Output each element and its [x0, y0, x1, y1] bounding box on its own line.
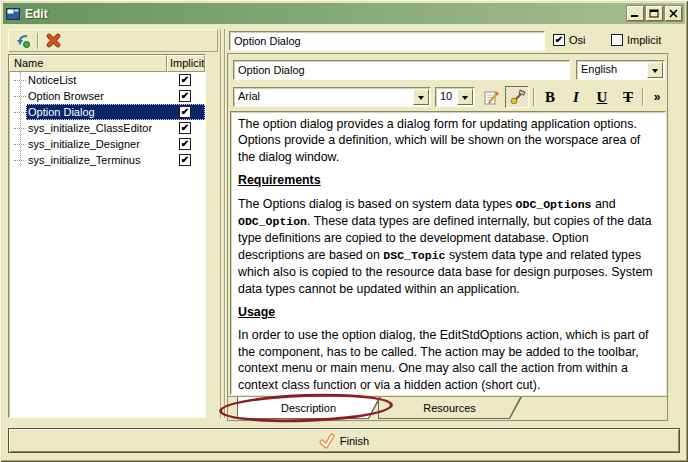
format-painter-icon: [509, 89, 526, 106]
rich-text-paragraph: The option dialog provides a dialog form…: [238, 116, 658, 165]
text-run: In order to use the option dialog, the E…: [238, 328, 649, 391]
list-item-body: sys_initialize_ClassEditor: [26, 120, 205, 136]
list-item-body: NoticeList: [26, 72, 205, 88]
tree-connector-icon: [14, 144, 26, 145]
text-run: The option dialog provides a dialog form…: [238, 117, 640, 164]
text-run: The Options dialog is based on system da…: [238, 197, 516, 211]
implicit-checkbox[interactable]: [179, 90, 191, 102]
font-size-value: 10: [436, 88, 456, 106]
toolbar-separator: [642, 88, 644, 106]
osi-checkbox-label: Osi: [569, 34, 586, 46]
tree-connector-icon: [14, 112, 26, 113]
text-run: and: [592, 197, 616, 211]
format-painter-button[interactable]: [505, 86, 529, 108]
list-item-body: Option Browser: [26, 88, 205, 104]
implicit-checkbox[interactable]: [179, 154, 191, 166]
rich-text-paragraph: In order to use the option dialog, the E…: [238, 327, 658, 393]
implicit-checkbox[interactable]: [179, 74, 191, 86]
implicit-checkbox-label: Implicit: [627, 34, 661, 46]
implicit-checkbox[interactable]: [179, 138, 191, 150]
font-name-dropdown-button[interactable]: [413, 89, 429, 105]
rich-text-heading: Usage: [238, 304, 658, 320]
text-run: DSC_Topic: [383, 249, 445, 262]
list-item-name: Option Dialog: [26, 106, 165, 119]
implicit-checkbox[interactable]: [179, 122, 191, 134]
italic-button[interactable]: I: [563, 86, 589, 108]
italic-icon: I: [573, 89, 579, 106]
add-item-button[interactable]: [13, 31, 33, 50]
edit-source-button[interactable]: [479, 86, 503, 108]
finish-button-label: Finish: [340, 435, 369, 447]
list-item-body: sys_initialize_Designer: [26, 136, 205, 152]
column-header-name[interactable]: Name: [9, 55, 167, 72]
list-item-body: sys_initialize_Terminus: [26, 152, 205, 168]
tree-connector-icon: [14, 96, 26, 97]
font-size-dropdown[interactable]: 10: [435, 87, 475, 107]
strikethrough-icon: T: [623, 89, 633, 106]
tree-connector-icon: [14, 128, 26, 129]
close-icon: [668, 9, 679, 18]
implicit-checkbox[interactable]: [611, 34, 623, 46]
bold-button[interactable]: B: [537, 86, 563, 108]
osi-checkbox[interactable]: [553, 34, 565, 46]
panel-splitter[interactable]: [220, 29, 226, 418]
bold-icon: B: [545, 89, 555, 106]
implicit-cell: [165, 106, 205, 118]
list-item-name: Option Browser: [26, 90, 165, 103]
delete-icon: [46, 33, 61, 48]
delete-item-button[interactable]: [43, 31, 63, 50]
tab-strip: DescriptionResources: [228, 396, 668, 421]
toolbar-separator: [37, 33, 39, 49]
implicit-checkbox[interactable]: [179, 106, 191, 118]
font-name-value: Arial: [234, 88, 412, 106]
list-item-name: sys_initialize_Designer: [26, 138, 165, 151]
list-item[interactable]: sys_initialize_Designer: [9, 136, 205, 152]
toolbar-overflow-button[interactable]: »: [648, 86, 666, 108]
caption-input[interactable]: [233, 60, 570, 80]
column-header-implicit[interactable]: Implicit: [167, 55, 205, 72]
list-item[interactable]: Option Browser: [9, 88, 205, 104]
minimize-button[interactable]: [627, 6, 644, 21]
list-item[interactable]: Option Dialog: [9, 104, 205, 120]
tab-resources[interactable]: Resources: [378, 397, 522, 419]
list-toolbar: [8, 29, 218, 52]
strikethrough-button[interactable]: T: [615, 86, 641, 108]
close-button[interactable]: [665, 6, 682, 21]
format-buttons: BIUT: [537, 86, 641, 108]
tree-connector-icon: [14, 160, 26, 161]
implicit-cell: [165, 122, 205, 134]
tab-face: Description: [238, 397, 379, 418]
component-list: Name Implicit NoticeListOption BrowserOp…: [8, 54, 206, 418]
list-item[interactable]: NoticeList: [9, 72, 205, 88]
name-input[interactable]: [229, 31, 545, 51]
list-item[interactable]: sys_initialize_ClassEditor: [9, 120, 205, 136]
list-item-body: Option Dialog: [26, 104, 205, 120]
underline-icon: U: [597, 89, 608, 106]
finish-button[interactable]: Finish: [8, 428, 680, 453]
description-editor[interactable]: The option dialog provides a dialog form…: [230, 111, 666, 395]
language-value: English: [577, 61, 646, 79]
font-size-dropdown-button[interactable]: [457, 89, 473, 105]
list-header: Name Implicit: [9, 55, 205, 72]
maximize-button[interactable]: [646, 6, 663, 21]
underline-button[interactable]: U: [589, 86, 615, 108]
language-dropdown-button[interactable]: [647, 62, 663, 78]
osi-checkbox-group: Osi: [553, 34, 586, 46]
text-run: Usage: [238, 305, 275, 319]
check-icon: [319, 433, 335, 449]
list-item[interactable]: sys_initialize_Terminus: [9, 152, 205, 168]
chevron-down-icon: [418, 96, 424, 103]
window-title: Edit: [25, 7, 625, 21]
implicit-checkbox-group: Implicit: [611, 34, 661, 46]
list-item-name: NoticeList: [26, 74, 165, 87]
tab-label: Description: [281, 402, 336, 414]
text-run: ODC_Option: [238, 215, 307, 228]
implicit-cell: [165, 90, 205, 102]
window-icon: [6, 8, 20, 20]
tab-label: Resources: [423, 402, 476, 414]
tab-description[interactable]: Description: [237, 397, 381, 419]
language-dropdown[interactable]: English: [576, 60, 665, 80]
font-name-dropdown[interactable]: Arial: [233, 87, 431, 107]
list-item-name: sys_initialize_Terminus: [26, 154, 165, 167]
maximize-icon: [649, 9, 660, 18]
